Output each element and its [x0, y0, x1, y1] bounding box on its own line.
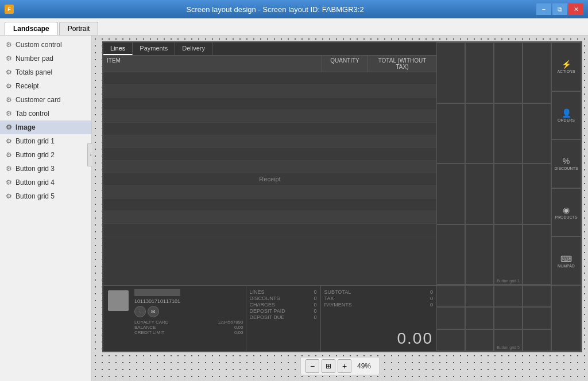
- receipt-tab-delivery[interactable]: Delivery: [175, 42, 212, 55]
- grid-cell[interactable]: [523, 224, 551, 285]
- grid-cell[interactable]: [523, 329, 551, 351]
- table-row: [103, 199, 436, 211]
- grid-cell[interactable]: [465, 224, 494, 285]
- deposit-paid-label: DEPOSIT PAID: [250, 308, 285, 314]
- actions-icon: ⚡: [562, 60, 571, 69]
- sidebar-item-button-grid-3[interactable]: ⚙ Button grid 3: [0, 162, 91, 176]
- sidebar-item-button-grid-2[interactable]: ⚙ Button grid 2: [0, 148, 91, 162]
- grid-cell[interactable]: [436, 103, 465, 164]
- table-row: [103, 211, 436, 224]
- customer-card-panel: 1011301710117101 📞 ✉: [103, 286, 436, 351]
- grid-cell[interactable]: [465, 103, 494, 164]
- grid-cell[interactable]: [494, 103, 523, 164]
- action-tile-discounts[interactable]: % DISCOUNTS: [551, 139, 581, 188]
- action-tile-numpad[interactable]: ⌨ NUMPAD: [551, 236, 581, 285]
- grid-cell[interactable]: [436, 42, 465, 103]
- grid-cell[interactable]: [523, 103, 551, 164]
- grid-cell[interactable]: [494, 307, 523, 329]
- payments-row: PAYMENTS 0: [324, 302, 434, 308]
- customer-details: 1011301710117101 📞 ✉: [132, 286, 246, 351]
- grid-cell[interactable]: [494, 285, 523, 307]
- grid-cell[interactable]: [436, 224, 465, 285]
- grid-cell[interactable]: [494, 42, 523, 103]
- customer-name-bar: [134, 289, 180, 296]
- receipt-tab-lines[interactable]: Lines: [103, 42, 133, 55]
- customer-email-button[interactable]: ✉: [148, 306, 159, 317]
- action-tiles-top: ⚡ ACTIONS 👤 ORDERS % DISCOUNTS: [551, 42, 581, 285]
- gear-icon: ⚙: [6, 55, 12, 63]
- main-window: Landscape Portrait ⚙ Custom control ⚙ Nu…: [0, 18, 588, 381]
- sidebar-item-image[interactable]: ⚙ Image: [0, 120, 91, 134]
- sidebar-item-customer-card[interactable]: ⚙ Customer card: [0, 93, 91, 107]
- grid-cell[interactable]: [523, 307, 551, 329]
- button-grid-1-label-cell[interactable]: Button grid 1: [494, 224, 523, 285]
- order-summary-panel: LINES 0 DISCOUNTS 0 CHARGES: [246, 286, 320, 351]
- grid-cell[interactable]: [465, 285, 494, 307]
- receipt-placeholder: Receipt: [259, 176, 280, 182]
- action-tile-orders[interactable]: 👤 ORDERS: [551, 91, 581, 140]
- sidebar-item-totals-panel[interactable]: ⚙ Totals panel: [0, 65, 91, 79]
- balance-value: 0.00: [234, 325, 243, 330]
- receipt-table-header: ITEM QUANTITY TOTAL (WITHOUT TAX): [103, 56, 436, 72]
- lines-row: LINES 0: [250, 289, 317, 295]
- sidebar-item-number-pad[interactable]: ⚙ Number pad: [0, 52, 91, 65]
- loyalty-card-value: 1234567890: [218, 320, 243, 325]
- totals-panel: SUBTOTAL 0 TAX 0 PAYMENTS: [320, 286, 437, 351]
- title-bar: F Screen layout design - Screen layout I…: [0, 0, 588, 18]
- grid-cell[interactable]: [436, 164, 465, 224]
- receipt-tab-bar: Lines Payments Delivery: [103, 42, 436, 56]
- receipt-tab-payments[interactable]: Payments: [133, 42, 175, 55]
- sidebar-item-receipt[interactable]: ⚙ Receipt: [0, 79, 91, 93]
- gear-icon: ⚙: [6, 123, 12, 131]
- sidebar-item-button-grid-5[interactable]: ⚙ Button grid 5: [0, 189, 91, 203]
- sidebar-item-tab-control[interactable]: ⚙ Tab control: [0, 107, 91, 120]
- action-tile-products[interactable]: ◉ PRODUCTS: [551, 188, 581, 237]
- sidebar-collapse-arrow[interactable]: ›: [87, 143, 92, 166]
- grid-cell[interactable]: [465, 307, 494, 329]
- screen-main: Lines Payments Delivery ITEM QUANTITY TO…: [103, 42, 436, 351]
- table-row: [103, 161, 436, 173]
- zoom-grid-button[interactable]: ⊞: [322, 359, 335, 373]
- grid-cell[interactable]: [465, 329, 494, 351]
- credit-limit-value: 0.00: [234, 330, 243, 335]
- sidebar-item-custom-control[interactable]: ⚙ Custom control: [0, 38, 91, 52]
- gear-icon: ⚙: [6, 110, 12, 118]
- button-grid-1-label: Button grid 1: [494, 225, 522, 285]
- table-row: [103, 110, 436, 123]
- lines-value: 0: [314, 289, 316, 295]
- sidebar: ⚙ Custom control ⚙ Number pad ⚙ Totals p…: [0, 36, 92, 381]
- loyalty-card-row: LOYALTY CARD 1234567890: [134, 320, 243, 325]
- action-tile-actions[interactable]: ⚡ ACTIONS: [551, 42, 581, 91]
- deposit-paid-row: DEPOSIT PAID 0: [250, 308, 317, 314]
- table-row: [103, 98, 436, 110]
- close-button[interactable]: ✕: [568, 3, 583, 15]
- minimize-button[interactable]: −: [536, 3, 551, 15]
- tax-label: TAX: [324, 296, 334, 301]
- grid-cell[interactable]: [523, 285, 551, 307]
- sidebar-item-button-grid-4[interactable]: ⚙ Button grid 4: [0, 176, 91, 189]
- button-grid-5-label-cell[interactable]: Button grid 5: [494, 329, 523, 351]
- window-controls: − ⧉ ✕: [536, 3, 583, 15]
- balance-row: BALANCE 0.00: [134, 325, 243, 330]
- customer-id: 1011301710117101: [134, 298, 243, 304]
- restore-button[interactable]: ⧉: [552, 3, 567, 15]
- table-row: [103, 123, 436, 135]
- column-quantity: QUANTITY: [322, 56, 368, 72]
- customer-phone-button[interactable]: 📞: [134, 306, 146, 317]
- gear-icon: ⚙: [6, 178, 12, 186]
- grid-cell[interactable]: [494, 164, 523, 224]
- tab-portrait[interactable]: Portrait: [59, 22, 99, 35]
- grid-cell[interactable]: [523, 42, 551, 103]
- zoom-out-button[interactable]: −: [305, 359, 319, 373]
- grid-cell[interactable]: [436, 329, 465, 351]
- sidebar-item-button-grid-1[interactable]: ⚙ Button grid 1: [0, 134, 91, 148]
- grid-cell[interactable]: [523, 164, 551, 224]
- grid-cell[interactable]: [436, 307, 465, 329]
- zoom-in-button[interactable]: +: [338, 359, 351, 373]
- table-row: [103, 85, 436, 98]
- grid-cell[interactable]: [436, 285, 465, 307]
- grid-cell[interactable]: [465, 164, 494, 224]
- gear-icon: ⚙: [6, 151, 12, 159]
- grid-cell[interactable]: [465, 42, 494, 103]
- tab-landscape[interactable]: Landscape: [5, 22, 58, 35]
